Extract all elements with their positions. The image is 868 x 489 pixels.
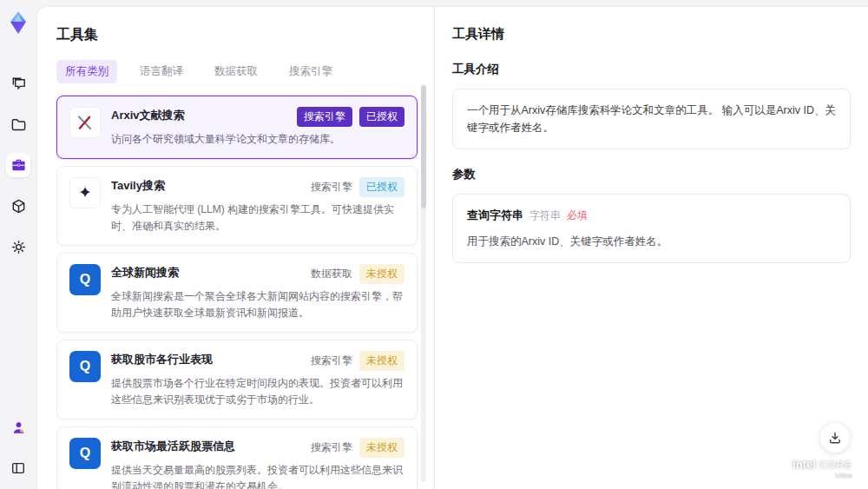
tool-detail-panel: 工具详情 工具介绍 一个用于从Arxiv存储库搜索科学论文和文章的工具。 输入可…: [434, 7, 868, 489]
parameter-box: 查询字符串 字符串 必填 用于搜索的Arxiv ID、关键字或作者姓名。: [452, 194, 851, 263]
parameter-type: 字符串: [529, 208, 561, 224]
content-shell: 工具集 所有类别 语言翻译 数据获取 搜索引擎 Arxiv文献搜索: [36, 6, 868, 489]
tool-card-body: Arxiv文献搜索 搜索引擎 已授权 访问各个研究领域大量科学论文和文章的存储库…: [111, 107, 404, 148]
tab-all-categories[interactable]: 所有类别: [56, 60, 117, 83]
detail-title: 工具详情: [452, 26, 851, 43]
auth-status-badge: 未授权: [359, 351, 404, 371]
intro-box: 一个用于从Arxiv存储库搜索科学论文和文章的工具。 输入可以是Arxiv ID…: [452, 89, 851, 149]
parameter-name: 查询字符串: [467, 207, 523, 225]
juhe-data-icon: Q: [69, 351, 101, 382]
category-label: 搜索引擎: [311, 438, 352, 458]
juhe-data-icon: Q: [69, 438, 101, 469]
user-avatar-icon[interactable]: [6, 415, 30, 439]
intro-heading: 工具介绍: [452, 62, 851, 77]
category-badge: 搜索引擎: [297, 107, 352, 127]
tool-badges: 搜索引擎 已授权: [297, 107, 404, 127]
tool-name: Tavily搜索: [111, 177, 311, 194]
tab-language-translation[interactable]: 语言翻译: [131, 60, 192, 83]
panel-toggle-icon[interactable]: [6, 456, 30, 480]
download-icon: [828, 431, 842, 445]
list-scrollbar-track[interactable]: [421, 85, 426, 482]
tool-card-body: 获取股市各行业表现 搜索引擎 未授权 提供股票市场各个行业在特定时间段内的表现。…: [111, 351, 404, 408]
tool-card-body: 全球新闻搜索 数据获取 未授权 全球新闻搜索是一个聚合全球各大新闻网站内容的搜索…: [111, 264, 404, 321]
auth-status-badge: 已授权: [359, 177, 404, 197]
tool-badges: 搜索引擎 未授权: [311, 351, 404, 371]
tool-description: 访问各个研究领域大量科学论文和文章的存储库。: [111, 131, 404, 148]
auth-status-badge: 未授权: [359, 264, 404, 284]
page-title: 工具集: [56, 26, 434, 44]
tab-search-engine[interactable]: 搜索引擎: [280, 60, 341, 83]
tool-card-sector-performance[interactable]: Q 获取股市各行业表现 搜索引擎 未授权 提供股票市场各个行业在特定时间段内的表…: [56, 340, 418, 420]
tool-badges: 数据获取 未授权: [311, 264, 404, 284]
tool-badges: 搜索引擎 未授权: [311, 438, 404, 458]
package-cube-icon[interactable]: [6, 194, 30, 218]
tool-description: 提供当天交易量最高的股票列表。投资者可以利用这些信息来识别流动性强的股票和潜在的…: [111, 462, 404, 489]
auth-status-badge: 未授权: [359, 438, 404, 458]
list-scrollbar-thumb[interactable]: [421, 85, 426, 208]
tool-badges: 搜索引擎 已授权: [311, 177, 404, 197]
tool-name: 全球新闻搜索: [111, 264, 311, 281]
tool-description: 专为人工智能代理 (LLM) 构建的搜索引擎工具。可快速提供实时、准确和真实的结…: [111, 202, 404, 235]
app-logo-icon[interactable]: [6, 10, 30, 35]
tool-card-tavily[interactable]: ✦ Tavily搜索 搜索引擎 已授权 专为人工智能代理 (LLM) 构建的搜索…: [56, 166, 418, 246]
ultra-wordmark: Ultra: [792, 472, 852, 480]
category-label: 数据获取: [311, 264, 352, 284]
category-tabs: 所有类别 语言翻译 数据获取 搜索引擎: [56, 60, 434, 83]
parameter-header: 查询字符串 字符串 必填: [467, 207, 836, 225]
tool-name: 获取市场最活跃股票信息: [111, 438, 311, 454]
parameter-required-flag: 必填: [567, 208, 588, 224]
tool-card-active-stocks[interactable]: Q 获取市场最活跃股票信息 搜索引擎 未授权 提供当天交易量最高的股票列表。投资…: [56, 426, 418, 489]
toolbox-briefcase-icon[interactable]: [6, 153, 30, 177]
intel-core-logo: intel CORE Ultra: [792, 456, 852, 480]
core-wordmark: CORE: [819, 459, 852, 470]
settings-gear-icon[interactable]: [6, 235, 30, 259]
tavily-star-icon: ✦: [69, 177, 101, 208]
chat-icon[interactable]: [6, 71, 30, 96]
intel-wordmark: intel: [792, 458, 816, 471]
folder-icon[interactable]: [6, 112, 30, 136]
parameter-description: 用于搜索的Arxiv ID、关键字或作者姓名。: [467, 233, 836, 250]
juhe-data-icon: Q: [69, 264, 101, 295]
tab-data-acquisition[interactable]: 数据获取: [206, 60, 266, 83]
tool-card-global-news[interactable]: Q 全球新闻搜索 数据获取 未授权 全球新闻搜索是一个聚合全球各大新闻网站内容的…: [56, 253, 418, 333]
download-button[interactable]: [820, 423, 850, 453]
tool-name: Arxiv文献搜索: [111, 107, 297, 123]
tool-list-panel: 工具集 所有类别 语言翻译 数据获取 搜索引擎 Arxiv文献搜索: [37, 7, 434, 489]
tool-description: 全球新闻搜索是一个聚合全球各大新闻网站内容的搜索引擎，帮助用户快速获取全球最新资…: [111, 288, 404, 321]
arxiv-logo-icon: [69, 107, 101, 138]
tool-card-list: Arxiv文献搜索 搜索引擎 已授权 访问各个研究领域大量科学论文和文章的存储库…: [56, 96, 418, 489]
category-label: 搜索引擎: [311, 177, 352, 197]
tool-name: 获取股市各行业表现: [111, 351, 311, 367]
left-sidebar: [0, 0, 36, 489]
params-heading: 参数: [452, 167, 851, 182]
tool-card-arxiv[interactable]: Arxiv文献搜索 搜索引擎 已授权 访问各个研究领域大量科学论文和文章的存储库…: [56, 96, 418, 159]
tool-card-body: 获取市场最活跃股票信息 搜索引擎 未授权 提供当天交易量最高的股票列表。投资者可…: [111, 438, 404, 489]
auth-status-badge: 已授权: [359, 107, 404, 127]
category-label: 搜索引擎: [311, 351, 352, 371]
intro-text: 一个用于从Arxiv存储库搜索科学论文和文章的工具。 输入可以是Arxiv ID…: [467, 104, 836, 134]
tool-card-body: Tavily搜索 搜索引擎 已授权 专为人工智能代理 (LLM) 构建的搜索引擎…: [111, 177, 404, 235]
tool-description: 提供股票市场各个行业在特定时间段内的表现。投资者可以利用这些信息来识别表现优于或…: [111, 375, 404, 408]
